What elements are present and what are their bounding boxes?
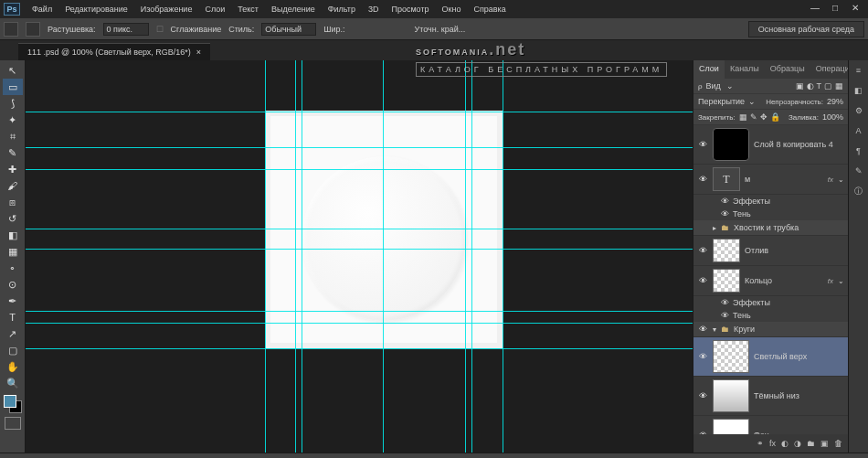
adjustment-icon[interactable]: ◑ — [794, 439, 801, 448]
layer-row[interactable]: 👁 Отлив — [693, 236, 848, 266]
color-panel-icon[interactable]: ◧ — [852, 84, 865, 97]
style-select[interactable]: Обычный — [261, 23, 316, 36]
feather-input[interactable]: 0 пикс. — [103, 23, 149, 36]
filter-image-icon[interactable]: ▣ — [796, 81, 804, 91]
shape-tool[interactable]: ▢ — [3, 342, 23, 358]
lock-transparency-icon[interactable]: ▦ — [739, 112, 747, 122]
type-tool[interactable]: T — [3, 309, 23, 325]
layer-effects[interactable]: 👁Эффекты — [693, 296, 848, 309]
menu-3d[interactable]: 3D — [362, 2, 386, 16]
brush-panel-icon[interactable]: ✎ — [852, 165, 865, 177]
menu-window[interactable]: Окно — [436, 2, 468, 16]
blend-mode-select[interactable]: Перекрытие — [698, 97, 745, 106]
filter-kind-select[interactable]: Вид — [706, 81, 721, 91]
menu-file[interactable]: Файл — [26, 2, 58, 16]
info-panel-icon[interactable]: ⓘ — [852, 185, 865, 197]
link-layers-icon[interactable]: ⚭ — [757, 439, 764, 448]
tool-preset-icon[interactable] — [4, 22, 18, 37]
quick-mask-toggle[interactable] — [5, 417, 21, 430]
visibility-icon[interactable]: 👁 — [697, 140, 708, 149]
path-tool[interactable]: ↗ — [3, 325, 23, 342]
layer-row-selected[interactable]: 👁 Светлый верх — [693, 337, 848, 377]
document-tab[interactable]: 111 .psd @ 100% (Светлый верх, RGB/16*) … — [18, 43, 210, 60]
layer-name[interactable]: Отлив — [745, 246, 844, 255]
layer-name[interactable]: Кольцо — [745, 276, 823, 285]
blur-tool[interactable]: ∘ — [3, 260, 23, 276]
guide-horizontal[interactable] — [26, 147, 693, 148]
history-brush-tool[interactable]: ↺ — [3, 210, 23, 227]
menu-filter[interactable]: Фильтр — [322, 2, 362, 16]
minimize-button[interactable]: — — [806, 3, 824, 16]
selection-mode-icon[interactable] — [26, 22, 40, 37]
char-panel-icon[interactable]: A — [852, 124, 865, 137]
delete-layer-icon[interactable]: 🗑 — [834, 439, 842, 448]
lock-paint-icon[interactable]: ✎ — [750, 112, 757, 122]
menu-view[interactable]: Просмотр — [385, 2, 435, 16]
visibility-icon[interactable]: 👁 — [697, 175, 708, 184]
filter-shape-icon[interactable]: ▢ — [824, 81, 832, 91]
dodge-tool[interactable]: ⊙ — [3, 276, 23, 293]
layer-group-name[interactable]: Круги — [734, 325, 844, 334]
tab-channels[interactable]: Каналы — [725, 60, 765, 79]
crop-tool[interactable]: ⌗ — [3, 128, 23, 144]
layer-group[interactable]: ▸ 🖿 Хвостик и трубка — [693, 220, 848, 236]
guide-vertical[interactable] — [503, 60, 503, 453]
layer-row[interactable]: 👁 Кольцо fx⌄ — [693, 266, 848, 296]
guide-vertical[interactable] — [383, 60, 384, 453]
guide-horizontal[interactable] — [26, 112, 693, 112]
guide-horizontal[interactable] — [26, 249, 693, 250]
tab-swatches[interactable]: Образцы — [765, 60, 810, 79]
lasso-tool[interactable]: ⟆ — [3, 95, 23, 112]
layer-row[interactable]: 👁 Слой 8 копировать 4 — [693, 125, 848, 165]
layer-name[interactable]: м — [745, 175, 823, 184]
close-tab-icon[interactable]: × — [196, 48, 201, 57]
filter-adjust-icon[interactable]: ◐ — [807, 81, 814, 91]
layer-effects[interactable]: 👁Эффекты — [693, 195, 848, 208]
menu-layer[interactable]: Слои — [198, 2, 231, 16]
para-panel-icon[interactable]: ¶ — [852, 144, 865, 157]
new-group-icon[interactable]: 🖿 — [807, 439, 815, 448]
heal-tool[interactable]: ✚ — [3, 161, 23, 177]
color-swatches[interactable] — [4, 395, 22, 413]
visibility-icon[interactable]: 👁 — [697, 325, 708, 334]
guide-vertical[interactable] — [465, 60, 466, 453]
canvas[interactable] — [26, 60, 693, 453]
zoom-tool[interactable]: 🔍 — [3, 375, 23, 391]
menu-edit[interactable]: Редактирование — [58, 2, 134, 16]
layer-row[interactable]: 👁 Тёмный низ — [693, 377, 848, 416]
stamp-tool[interactable]: ⧆ — [3, 194, 23, 210]
refine-edge-button[interactable]: Уточн. край... — [415, 25, 466, 34]
brush-tool[interactable]: 🖌 — [3, 177, 23, 194]
visibility-icon[interactable]: 👁 — [697, 276, 708, 285]
marquee-tool[interactable]: ▭ — [3, 79, 23, 95]
guide-horizontal[interactable] — [26, 311, 693, 312]
adjust-panel-icon[interactable]: ⚙ — [852, 104, 865, 117]
layer-style-icon[interactable]: fx — [769, 439, 776, 448]
hand-tool[interactable]: ✋ — [3, 358, 23, 375]
layer-row[interactable]: 👁 T м fx⌄ — [693, 165, 848, 195]
menu-image[interactable]: Изображение — [134, 2, 199, 16]
lock-all-icon[interactable]: 🔒 — [770, 112, 780, 122]
layer-group[interactable]: 👁 ▾ 🖿 Круги — [693, 322, 848, 337]
fill-value[interactable]: 100% — [822, 112, 843, 122]
fx-badge[interactable]: fx — [828, 176, 833, 184]
guide-vertical[interactable] — [295, 60, 296, 453]
history-panel-icon[interactable]: ≡ — [852, 64, 865, 77]
guide-vertical[interactable] — [471, 60, 472, 453]
layer-group-name[interactable]: Хвостик и трубка — [734, 223, 844, 232]
eraser-tool[interactable]: ◧ — [3, 227, 23, 243]
wand-tool[interactable]: ✦ — [3, 112, 23, 128]
menu-select[interactable]: Выделение — [265, 2, 322, 16]
layer-effect-shadow[interactable]: 👁Тень — [693, 309, 848, 322]
guide-horizontal[interactable] — [26, 323, 693, 324]
layer-mask-icon[interactable]: ◐ — [781, 439, 789, 448]
workspace-switcher[interactable]: Основная рабочая среда — [748, 21, 864, 37]
menu-help[interactable]: Справка — [467, 2, 512, 16]
guide-horizontal[interactable] — [26, 348, 693, 349]
filter-type-icon[interactable]: T — [817, 81, 822, 91]
layer-effect-shadow[interactable]: 👁Тень — [693, 208, 848, 220]
visibility-icon[interactable]: 👁 — [697, 391, 708, 400]
close-button[interactable]: ✕ — [846, 3, 864, 16]
move-tool[interactable]: ↖ — [3, 62, 23, 79]
visibility-icon[interactable]: 👁 — [697, 246, 708, 255]
